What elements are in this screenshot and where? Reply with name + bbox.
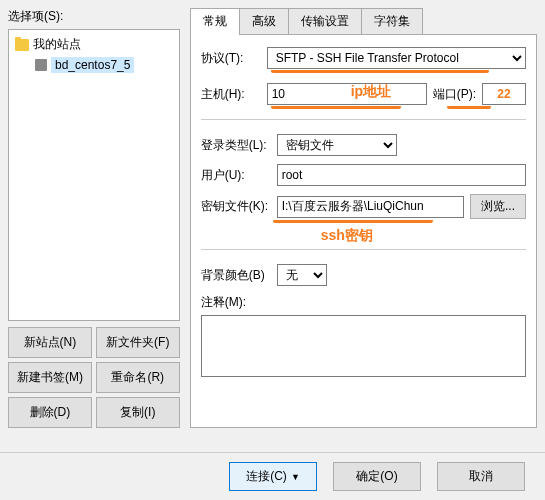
- divider: [201, 249, 526, 250]
- new-bookmark-button[interactable]: 新建书签(M): [8, 362, 92, 393]
- tab-transfer[interactable]: 传输设置: [288, 8, 362, 34]
- tab-advanced[interactable]: 高级: [239, 8, 289, 34]
- key-file-row: 密钥文件(K): 浏览...: [201, 194, 526, 219]
- user-row: 用户(U):: [201, 164, 526, 186]
- user-label: 用户(U):: [201, 167, 271, 184]
- connect-button[interactable]: 连接(C)▼: [229, 462, 317, 491]
- host-input[interactable]: [267, 83, 427, 105]
- annotation-underline: [447, 105, 491, 109]
- key-file-input[interactable]: [277, 196, 464, 218]
- tab-charset[interactable]: 字符集: [361, 8, 423, 34]
- protocol-label: 协议(T):: [201, 50, 261, 67]
- dialog-button-bar: 连接(C)▼ 确定(O) 取消: [0, 452, 545, 500]
- tree-root[interactable]: 我的站点: [11, 34, 177, 55]
- site-tree[interactable]: 我的站点 bd_centos7_5: [8, 29, 180, 321]
- delete-button[interactable]: 删除(D): [8, 397, 92, 428]
- left-panel: 选择项(S): 我的站点 bd_centos7_5 新站点(N) 新文件夹(F)…: [8, 8, 180, 428]
- site-manager-dialog: 选择项(S): 我的站点 bd_centos7_5 新站点(N) 新文件夹(F)…: [0, 0, 545, 500]
- annotation-underline: [271, 69, 489, 73]
- bg-color-select[interactable]: 无: [277, 264, 327, 286]
- port-label: 端口(P):: [433, 86, 476, 103]
- tab-bar: 常规 高级 传输设置 字符集: [190, 8, 537, 35]
- copy-button[interactable]: 复制(I): [96, 397, 180, 428]
- port-input[interactable]: [482, 83, 526, 105]
- bg-color-row: 背景颜色(B) 无: [201, 264, 526, 286]
- cancel-button[interactable]: 取消: [437, 462, 525, 491]
- site-buttons-grid: 新站点(N) 新文件夹(F) 新建书签(M) 重命名(R) 删除(D) 复制(I…: [8, 327, 180, 428]
- login-type-row: 登录类型(L): 密钥文件: [201, 134, 526, 156]
- divider: [201, 119, 526, 120]
- comment-label: 注释(M):: [201, 294, 526, 311]
- annotation-underline: [273, 219, 433, 223]
- new-folder-button[interactable]: 新文件夹(F): [96, 327, 180, 358]
- browse-button[interactable]: 浏览...: [470, 194, 526, 219]
- protocol-row: 协议(T): SFTP - SSH File Transfer Protocol: [201, 47, 526, 69]
- user-input[interactable]: [277, 164, 526, 186]
- key-file-label: 密钥文件(K):: [201, 198, 271, 215]
- folder-icon: [15, 39, 29, 51]
- right-panel: 常规 高级 传输设置 字符集 协议(T): SFTP - SSH File Tr…: [190, 8, 537, 428]
- site-name: bd_centos7_5: [51, 57, 134, 73]
- tab-general[interactable]: 常规: [190, 8, 240, 34]
- server-icon: [35, 59, 47, 71]
- login-type-label: 登录类型(L):: [201, 137, 271, 154]
- tab-content: 协议(T): SFTP - SSH File Transfer Protocol…: [190, 35, 537, 428]
- annotation-underline: [271, 105, 401, 109]
- bg-color-label: 背景颜色(B): [201, 267, 271, 284]
- ip-annotation: ip地址: [351, 83, 391, 101]
- connect-label: 连接(C): [246, 469, 287, 483]
- main-content: 选择项(S): 我的站点 bd_centos7_5 新站点(N) 新文件夹(F)…: [8, 8, 537, 428]
- ssh-annotation: ssh密钥: [321, 227, 373, 245]
- dropdown-arrow-icon: ▼: [291, 472, 300, 482]
- new-site-button[interactable]: 新站点(N): [8, 327, 92, 358]
- comment-textarea[interactable]: [201, 315, 526, 377]
- rename-button[interactable]: 重命名(R): [96, 362, 180, 393]
- tree-item[interactable]: bd_centos7_5: [19, 55, 177, 75]
- root-label: 我的站点: [33, 36, 81, 53]
- login-type-select[interactable]: 密钥文件: [277, 134, 397, 156]
- protocol-select[interactable]: SFTP - SSH File Transfer Protocol: [267, 47, 526, 69]
- ok-button[interactable]: 确定(O): [333, 462, 421, 491]
- host-label: 主机(H):: [201, 86, 261, 103]
- select-label: 选择项(S):: [8, 8, 180, 25]
